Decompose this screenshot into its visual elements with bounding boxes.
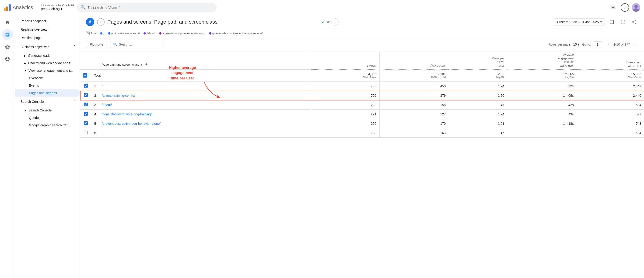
- row-checkbox-cell[interactable]: [80, 81, 92, 91]
- sidebar-item-google-organic[interactable]: Google organic search traf...: [15, 121, 80, 129]
- business-objectives-section[interactable]: Business objectives ⌃: [15, 42, 80, 52]
- legend-total[interactable]: Total: [86, 32, 96, 35]
- header-views[interactable]: ↓ Views: [311, 51, 380, 70]
- triangle-icon: ▶: [24, 62, 26, 65]
- row-checkbox[interactable]: [84, 131, 88, 134]
- total-views-per-user-sub: Avg 0%: [451, 76, 504, 79]
- row-views-per-user: 1.21: [448, 119, 507, 128]
- row-page-path[interactable]: /: [99, 81, 311, 91]
- header-page-path[interactable]: Page path and screen class ▾ +: [99, 51, 311, 70]
- page-path-dropdown-icon[interactable]: ▾: [140, 62, 142, 67]
- sidebar-item-events[interactable]: Events: [15, 82, 80, 89]
- search-input[interactable]: [88, 6, 213, 9]
- table-search-input[interactable]: [119, 43, 160, 46]
- grid-menu-button[interactable]: ⊞: [608, 3, 618, 12]
- rows-per-page-selector[interactable]: 10 ▾: [573, 43, 579, 46]
- row-checkbox[interactable]: [84, 93, 88, 97]
- legend-animal[interactable]: /animal-training-centre/: [108, 32, 140, 35]
- chevron-down-icon-rows: ▾: [578, 43, 579, 46]
- check-circle-icon: ✓: [322, 19, 326, 25]
- compare-view-button[interactable]: [608, 18, 616, 26]
- legend-consultations[interactable]: /consultations/private-dog-training/: [159, 32, 205, 35]
- table-row: 4/consultations/private-dog-training/221…: [80, 110, 644, 119]
- row-page-path[interactable]: /consultations/private-dog-training/: [99, 110, 311, 119]
- search-console-section[interactable]: Search Console ⌃: [15, 97, 80, 107]
- header-avg-engagement-time[interactable]: Averageengagementtime peractive user: [507, 51, 576, 70]
- search-bar[interactable]: 🔍: [77, 3, 217, 12]
- row-views: 221: [311, 110, 380, 119]
- sidebar-item-understand-web[interactable]: ▶ Understand web and/or app t...: [15, 59, 80, 67]
- nav-reports-button[interactable]: [2, 29, 13, 40]
- view-user-engagement-label: View user engagement and r...: [28, 69, 73, 72]
- row-checkbox[interactable]: [84, 112, 88, 116]
- deselect-all-button[interactable]: −: [83, 73, 87, 78]
- total-views-per-user-value: 2.36: [451, 72, 504, 76]
- add-dimension-button[interactable]: +: [144, 62, 149, 68]
- page-next-button[interactable]: ›: [631, 41, 638, 48]
- total-checkbox-cell[interactable]: −: [80, 70, 92, 81]
- row-avg-engagement-time: 43s: [507, 110, 576, 119]
- events-label: Events: [29, 84, 39, 87]
- row-checkbox-cell[interactable]: [80, 110, 92, 119]
- row-checkbox-cell[interactable]: [80, 119, 92, 128]
- nav-explore-button[interactable]: [2, 41, 13, 52]
- plot-rows-button[interactable]: Plot rows: [86, 41, 107, 48]
- legend-dot-slash: [100, 32, 102, 35]
- row-checkbox-cell[interactable]: [80, 128, 92, 138]
- legend-dot-prevent: [209, 32, 212, 35]
- table-header-row: Page path and screen class ▾ + ↓ Views A…: [80, 51, 644, 70]
- table-search[interactable]: 🔍: [110, 41, 163, 48]
- header-active-users[interactable]: Active users: [380, 51, 448, 70]
- row-page-path[interactable]: /prevent-destructive-dog-behavior-alone/: [99, 119, 311, 128]
- legend-total-icon: [86, 32, 90, 35]
- legend-prevent[interactable]: /prevent-destructive-dog-behavior-alone/: [209, 32, 263, 35]
- insights-button[interactable]: [619, 18, 627, 26]
- row-checkbox[interactable]: [84, 103, 88, 106]
- share-button[interactable]: [630, 18, 638, 26]
- add-comparison-button[interactable]: +: [97, 18, 104, 26]
- total-event-count-cell: 15,985 100% of total: [576, 70, 644, 81]
- row-page-path[interactable]: /animal-training-centre/: [99, 91, 311, 100]
- row-checkbox-cell[interactable]: [80, 100, 92, 110]
- account-name[interactable]: petcoach.sg ▾: [41, 7, 74, 11]
- sidebar-item-overview[interactable]: Overview: [15, 74, 80, 82]
- event-count-dropdown[interactable]: All events ▾: [628, 65, 641, 68]
- header-views-per-active-user[interactable]: Views peractiveuser: [448, 51, 507, 70]
- row-page-path[interactable]: /about/: [99, 100, 311, 110]
- sidebar-item-realtime-overview[interactable]: Realtime overview: [15, 25, 80, 34]
- row-active-users: 379: [380, 91, 448, 100]
- sidebar-item-queries[interactable]: Queries: [15, 114, 80, 121]
- row-event-count: 597: [576, 110, 644, 119]
- sidebar-item-pages-and-screens[interactable]: Pages and screens: [15, 89, 80, 97]
- row-page-path[interactable]: ...: [99, 128, 311, 138]
- google-organic-label: Google organic search traf...: [29, 123, 70, 127]
- legend-slash[interactable]: /: [100, 32, 104, 35]
- legend-about[interactable]: /about/: [144, 32, 156, 35]
- help-button[interactable]: ?: [621, 3, 629, 12]
- legend-label-animal: /animal-training-centre/: [111, 32, 140, 35]
- header-checkbox-cell: [80, 51, 92, 70]
- sidebar-item-realtime-pages[interactable]: Realtime pages: [15, 34, 80, 42]
- avatar[interactable]: [632, 3, 640, 12]
- go-to-input[interactable]: [593, 41, 602, 48]
- triangle-icon: ▶: [24, 55, 26, 57]
- table-row: 5/prevent-destructive-dog-behavior-alone…: [80, 119, 644, 128]
- page-path-header-label: Page path and screen class: [102, 63, 139, 66]
- sidebar-item-view-user-engagement[interactable]: ▼ View user engagement and r...: [15, 67, 80, 74]
- header-event-count[interactable]: Event count All events ▾: [576, 51, 644, 70]
- nav-home-button[interactable]: [2, 17, 13, 28]
- date-range-button[interactable]: Custom 1 Jan – 31 Jan 2025 ▾: [554, 19, 605, 26]
- sidebar-item-generate-leads[interactable]: ▶ Generate leads: [15, 52, 80, 59]
- row-checkbox-cell[interactable]: [80, 91, 92, 100]
- row-checkbox[interactable]: [84, 121, 88, 125]
- sidebar-item-reports-snapshot[interactable]: Reports snapshot: [15, 17, 80, 25]
- add-metric-button[interactable]: +: [331, 18, 339, 26]
- nav-advertising-button[interactable]: [2, 53, 13, 65]
- account-selector[interactable]: All accounts > Pet Coach SG petcoach.sg …: [38, 4, 74, 11]
- row-views: 783: [311, 81, 380, 91]
- row-checkbox[interactable]: [84, 84, 88, 88]
- search-console-chevron: ⌃: [73, 99, 76, 104]
- page-prev-button[interactable]: ‹: [605, 41, 612, 48]
- table-controls: Plot rows 🔍 Rows per page: 10 ▾ Go to: ‹…: [80, 38, 644, 51]
- sidebar-item-search-console[interactable]: ▼ Search Console: [15, 107, 80, 114]
